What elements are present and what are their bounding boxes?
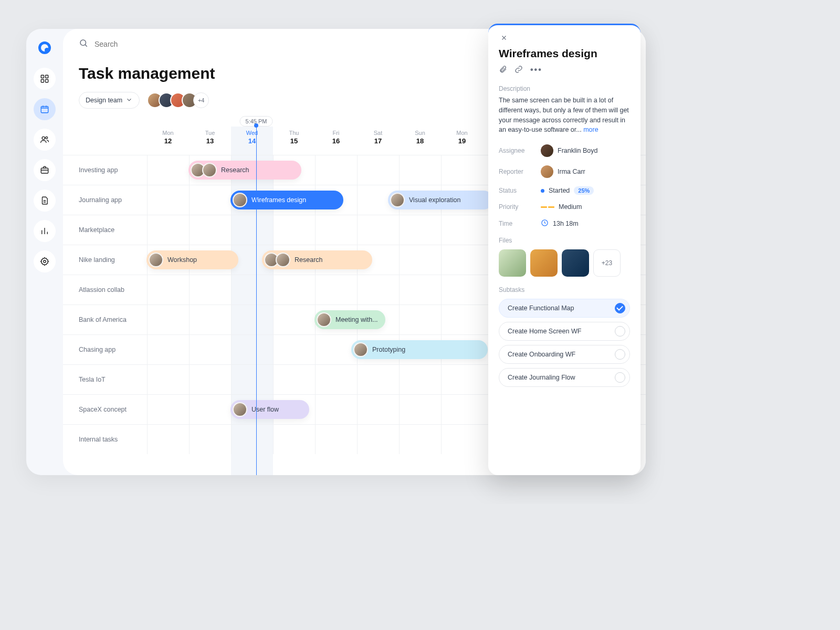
grid-icon <box>40 74 49 83</box>
svg-point-9 <box>80 40 86 46</box>
task-research[interactable]: Research <box>188 161 301 180</box>
checkbox-icon[interactable] <box>615 349 625 360</box>
nav-analytics[interactable] <box>34 220 56 242</box>
description-label: Description <box>499 85 630 92</box>
task-workshop[interactable]: Workshop <box>146 250 238 269</box>
drawer-actions: ••• <box>499 65 630 76</box>
day-header: Sun18 <box>399 127 441 155</box>
team-selector[interactable]: Design team <box>79 92 140 109</box>
file-thumbnail[interactable] <box>562 249 589 277</box>
svg-point-8 <box>44 260 46 263</box>
task-visual[interactable]: Visual exploration <box>388 191 493 209</box>
checkbox-checked-icon[interactable] <box>615 303 625 313</box>
time-row: Time 13h 18m <box>499 219 630 228</box>
gear-icon <box>40 257 49 266</box>
svg-point-5 <box>42 136 45 139</box>
svg-rect-1 <box>46 75 48 78</box>
drawer-title: Wireframes design <box>499 47 630 60</box>
people-icon <box>40 135 49 144</box>
files-more[interactable]: +23 <box>593 249 621 277</box>
logo <box>38 41 51 54</box>
files-list: +23 <box>499 249 630 277</box>
task-userflow[interactable]: User flow <box>230 400 309 419</box>
subtask-item[interactable]: Create Home Screen WF <box>499 322 630 341</box>
svg-rect-4 <box>41 107 48 113</box>
subtask-item[interactable]: Create Journaling Flow <box>499 368 630 387</box>
link-button[interactable] <box>514 65 523 76</box>
assignee-row: Assignee Franklin Boyd <box>499 144 630 157</box>
search-input[interactable] <box>94 40 200 48</box>
day-header: Thu15 <box>273 127 315 155</box>
checkbox-icon[interactable] <box>615 326 625 337</box>
checkbox-icon[interactable] <box>615 372 625 383</box>
search-icon <box>79 38 88 50</box>
chart-icon <box>40 226 49 236</box>
row-label: Atlassion collab <box>63 275 147 304</box>
close-icon <box>500 34 508 41</box>
svg-rect-2 <box>41 80 44 82</box>
file-thumbnail[interactable] <box>530 249 558 277</box>
link-icon <box>514 65 523 74</box>
priority-text: Medium <box>559 203 582 211</box>
svg-point-6 <box>46 136 48 139</box>
document-icon <box>40 196 49 205</box>
paperclip-icon <box>499 65 507 74</box>
files-label: Files <box>499 237 630 244</box>
reporter-name: Irma Carr <box>558 168 585 175</box>
day-header: Mon12 <box>147 127 189 155</box>
nav-people[interactable] <box>34 129 56 151</box>
progress-badge: 25% <box>574 186 594 195</box>
priority-row: Priority Medium <box>499 203 630 211</box>
svg-rect-3 <box>46 80 48 82</box>
subtask-item[interactable]: Create Functional Map <box>499 299 630 318</box>
more-link[interactable]: more <box>583 126 598 133</box>
team-avatars: +4 <box>147 92 209 108</box>
row-label: Investing app <box>63 155 147 185</box>
row-label: Internal tasks <box>63 425 147 454</box>
briefcase-icon <box>40 165 49 175</box>
sidebar-rail <box>26 29 63 475</box>
avatar <box>541 144 553 157</box>
more-button[interactable]: ••• <box>530 65 542 76</box>
nav-dashboard[interactable] <box>34 68 56 90</box>
nav-settings[interactable] <box>34 250 56 272</box>
avatar <box>541 165 553 178</box>
file-thumbnail[interactable] <box>499 249 526 277</box>
day-header: Sat17 <box>357 127 399 155</box>
task-research2[interactable]: Research <box>262 250 372 269</box>
day-header: Mon19 <box>441 127 483 155</box>
day-header: Fri16 <box>315 127 357 155</box>
svg-rect-7 <box>41 168 48 173</box>
task-meeting[interactable]: Meeting with... <box>314 310 385 329</box>
row-label: Bank of America <box>63 305 147 334</box>
nav-work[interactable] <box>34 159 56 181</box>
clock-icon <box>541 219 549 228</box>
close-button[interactable] <box>499 33 509 43</box>
task-detail-drawer: Wireframes design ••• Description The sa… <box>488 24 640 475</box>
nav-docs[interactable] <box>34 190 56 212</box>
status-row: Status Started25% <box>499 186 630 195</box>
row-label: Tesla IoT <box>63 365 147 394</box>
task-prototyping[interactable]: Prototyping <box>351 340 488 359</box>
now-dot <box>254 123 258 128</box>
row-label: SpaceX concept <box>63 395 147 424</box>
priority-icon <box>541 206 554 208</box>
svg-rect-0 <box>41 75 44 78</box>
avatar-more[interactable]: +4 <box>193 92 209 108</box>
status-text: Started <box>549 187 570 194</box>
task-wireframes[interactable]: Wireframes design <box>230 191 343 209</box>
team-label: Design team <box>86 97 122 104</box>
subtask-item[interactable]: Create Onboarding WF <box>499 345 630 364</box>
attachment-button[interactable] <box>499 65 507 76</box>
subheader-left: Design team +4 <box>79 92 209 109</box>
row-label: Nike landing <box>63 245 147 275</box>
row-label: Chasing app <box>63 335 147 364</box>
chevron-down-icon <box>125 96 133 105</box>
row-label: Marketplace <box>63 215 147 245</box>
assignee-name: Franklin Boyd <box>558 147 597 154</box>
nav-calendar[interactable] <box>34 98 56 120</box>
day-header-today: Wed14 <box>231 127 273 155</box>
time-text: 13h 18m <box>553 220 579 227</box>
calendar-icon <box>40 104 49 114</box>
reporter-row: Reporter Irma Carr <box>499 165 630 178</box>
